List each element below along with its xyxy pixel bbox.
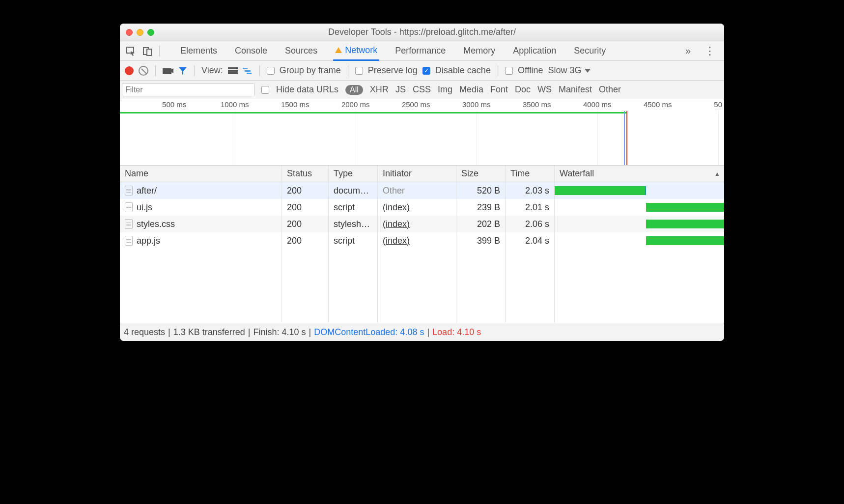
close-window-button[interactable] [126, 29, 133, 36]
svg-rect-8 [245, 70, 251, 72]
filter-type-manifest[interactable]: Manifest [559, 84, 592, 95]
disable-cache-checkbox[interactable] [422, 67, 430, 75]
status-transferred: 1.3 KB transferred [173, 327, 245, 337]
inspect-icon[interactable] [124, 44, 138, 58]
cell-waterfall [555, 216, 724, 232]
tab-console[interactable]: Console [233, 41, 269, 61]
tab-security[interactable]: Security [572, 41, 608, 61]
group-by-frame-label: Group by frame [280, 65, 341, 76]
cell-initiator: Other [378, 182, 456, 199]
filter-type-doc[interactable]: Doc [515, 84, 531, 95]
cell-initiator[interactable]: (index) [378, 216, 456, 232]
offline-label: Offline [518, 65, 543, 76]
tab-application[interactable]: Application [511, 41, 558, 61]
status-requests: 4 requests [124, 327, 165, 337]
separator [259, 65, 260, 76]
devtools-tabs: Elements Console Sources Network Perform… [178, 41, 676, 61]
filter-type-js[interactable]: JS [395, 84, 406, 95]
svg-rect-3 [163, 68, 171, 74]
capture-screenshots-icon[interactable] [163, 67, 173, 75]
titlebar: Developer Tools - https://preload.glitch… [120, 24, 724, 41]
cell-initiator[interactable]: (index) [378, 232, 456, 249]
status-bar: 4 requests | 1.3 KB transferred | Finish… [120, 323, 724, 341]
file-icon [125, 202, 133, 212]
timeline-tick: 2500 ms [402, 100, 430, 109]
status-finish: Finish: 4.10 s [253, 327, 306, 337]
filter-type-other[interactable]: Other [599, 84, 621, 95]
hide-data-urls-checkbox[interactable] [261, 86, 269, 94]
timeline-tick: 500 ms [162, 100, 186, 109]
warning-icon [335, 47, 342, 53]
timeline-tick: 4000 ms [583, 100, 612, 109]
cell-status: 200 [282, 182, 329, 199]
table-row[interactable]: app.js 200 script (index) 399 B 2.04 s [120, 232, 724, 249]
cell-waterfall [555, 232, 724, 249]
cell-status: 200 [282, 216, 329, 232]
clear-button[interactable] [139, 66, 148, 76]
chevron-down-icon [585, 69, 591, 73]
hide-data-urls-label: Hide data URLs [276, 84, 338, 95]
col-size[interactable]: Size [456, 166, 506, 182]
cell-size: 520 B [456, 182, 506, 199]
table-header: Name Status Type Initiator Size Time Wat… [120, 166, 724, 182]
filter-icon[interactable] [178, 66, 187, 75]
col-name[interactable]: Name [120, 166, 282, 182]
filter-type-css[interactable]: CSS [413, 84, 431, 95]
col-waterfall[interactable]: Waterfall [555, 166, 724, 182]
tab-elements[interactable]: Elements [178, 41, 219, 61]
separator [348, 65, 348, 76]
filter-input[interactable] [122, 84, 254, 96]
maximize-window-button[interactable] [147, 29, 154, 36]
device-toggle-icon[interactable] [141, 44, 154, 58]
col-type[interactable]: Type [329, 166, 378, 182]
requests-table: Name Status Type Initiator Size Time Wat… [120, 166, 724, 323]
cell-time: 2.04 s [506, 232, 555, 249]
minimize-window-button[interactable] [137, 29, 143, 36]
traffic-lights [126, 29, 154, 36]
tab-network-label: Network [345, 45, 377, 56]
timeline-tick: 1000 ms [221, 100, 249, 109]
col-time[interactable]: Time [506, 166, 555, 182]
col-initiator[interactable]: Initiator [378, 166, 456, 182]
waterfall-view-icon[interactable] [243, 67, 253, 75]
tab-performance[interactable]: Performance [393, 41, 448, 61]
preserve-log-checkbox[interactable] [355, 67, 363, 75]
filter-type-ws[interactable]: WS [537, 84, 552, 95]
table-row[interactable]: after/ 200 docum… Other 520 B 2.03 s [120, 182, 724, 199]
cell-waterfall [555, 199, 724, 216]
timeline-gridlines [120, 111, 724, 165]
table-row[interactable]: styles.css 200 stylesh… (index) 202 B 2.… [120, 216, 724, 232]
timeline-activity-line [120, 112, 626, 113]
timeline-overview[interactable]: 500 ms 1000 ms 1500 ms 2000 ms 2500 ms 3… [120, 99, 724, 166]
filter-type-media[interactable]: Media [459, 84, 483, 95]
table-row[interactable]: ui.js 200 script (index) 239 B 2.01 s [120, 199, 724, 216]
tab-network[interactable]: Network [333, 41, 379, 61]
svg-rect-2 [147, 49, 151, 56]
group-by-frame-checkbox[interactable] [267, 67, 275, 75]
filter-type-font[interactable]: Font [490, 84, 508, 95]
file-icon [125, 186, 133, 196]
cell-initiator[interactable]: (index) [378, 199, 456, 216]
large-rows-icon[interactable] [228, 67, 238, 75]
filter-type-img[interactable]: Img [438, 84, 452, 95]
filter-type-xhr[interactable]: XHR [370, 84, 389, 95]
devtools-tabs-bar: Elements Console Sources Network Perform… [120, 41, 724, 61]
cell-name: styles.css [120, 216, 282, 232]
more-tabs-button[interactable]: » [679, 45, 697, 56]
cell-time: 2.06 s [506, 216, 555, 232]
separator [498, 65, 498, 76]
view-label: View: [201, 65, 223, 76]
devtools-window: Developer Tools - https://preload.glitch… [120, 24, 724, 341]
col-status[interactable]: Status [282, 166, 329, 182]
cell-size: 239 B [456, 199, 506, 216]
settings-menu-button[interactable]: ⋮ [700, 45, 720, 57]
throttle-select[interactable]: Slow 3G [548, 65, 591, 76]
timeline-ticks: 500 ms 1000 ms 1500 ms 2000 ms 2500 ms 3… [120, 99, 724, 111]
filter-type-all[interactable]: All [345, 85, 363, 95]
record-button[interactable] [125, 66, 134, 75]
svg-rect-4 [228, 67, 238, 69]
offline-checkbox[interactable] [505, 67, 513, 75]
tab-memory[interactable]: Memory [461, 41, 497, 61]
cell-type: stylesh… [329, 216, 378, 232]
tab-sources[interactable]: Sources [283, 41, 319, 61]
